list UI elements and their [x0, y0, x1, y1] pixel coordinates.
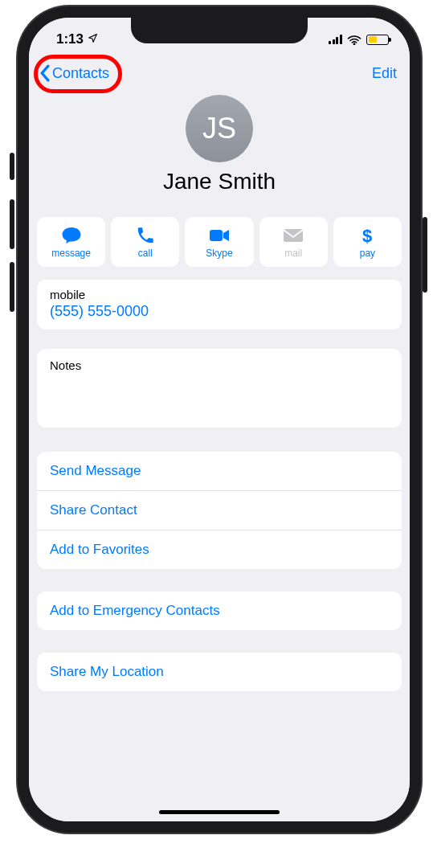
action-row: message call Skype mail — [37, 217, 402, 267]
status-right — [329, 35, 389, 45]
message-icon — [61, 226, 82, 245]
contact-name: Jane Smith — [163, 169, 276, 194]
wifi-icon — [347, 35, 361, 45]
svg-point-0 — [353, 43, 355, 44]
notes-card[interactable]: Notes — [37, 349, 402, 428]
dollar-icon: $ — [361, 226, 373, 245]
notes-label: Notes — [50, 358, 389, 372]
svg-rect-2 — [284, 229, 303, 242]
profile-header: JS Jane Smith — [29, 95, 410, 194]
pay-label: pay — [360, 248, 375, 259]
status-left: 1:13 — [56, 31, 98, 47]
video-icon — [209, 226, 230, 245]
mail-label: mail — [284, 248, 302, 259]
cellular-signal-icon — [329, 35, 342, 44]
add-to-favorites-row[interactable]: Add to Favorites — [37, 530, 402, 569]
phone-mute-switch — [10, 153, 14, 180]
share-my-location-row[interactable]: Share My Location — [37, 653, 402, 691]
video-label: Skype — [206, 248, 232, 259]
phone-volume-down — [10, 262, 14, 312]
pay-button[interactable]: $ pay — [333, 217, 402, 267]
battery-icon — [366, 35, 389, 45]
phone-notch — [131, 18, 308, 43]
svg-text:$: $ — [362, 226, 372, 245]
actions-group-2: Add to Emergency Contacts — [37, 592, 402, 630]
actions-group-1: Send Message Share Contact Add to Favori… — [37, 452, 402, 569]
add-to-emergency-row[interactable]: Add to Emergency Contacts — [37, 592, 402, 630]
mobile-label: mobile — [50, 288, 389, 301]
phone-frame: 1:13 — [18, 6, 421, 833]
phone-volume-up — [10, 199, 14, 249]
home-indicator[interactable] — [159, 810, 280, 814]
svg-rect-1 — [210, 230, 223, 241]
status-time: 1:13 — [56, 31, 84, 47]
message-button[interactable]: message — [37, 217, 105, 267]
phone-power-button — [423, 217, 427, 293]
battery-fill — [369, 36, 377, 43]
nav-bar: Contacts Edit — [29, 55, 410, 92]
screen: 1:13 — [29, 18, 410, 821]
call-button[interactable]: call — [111, 217, 179, 267]
mobile-card[interactable]: mobile (555) 555-0000 — [37, 280, 402, 330]
mail-button: mail — [259, 217, 328, 267]
mail-icon — [283, 226, 304, 245]
send-message-row[interactable]: Send Message — [37, 452, 402, 491]
mobile-value[interactable]: (555) 555-0000 — [50, 303, 389, 320]
share-contact-row[interactable]: Share Contact — [37, 491, 402, 530]
message-label: message — [51, 248, 91, 259]
video-button[interactable]: Skype — [185, 217, 253, 267]
back-button[interactable]: Contacts — [35, 61, 116, 85]
avatar[interactable]: JS — [186, 95, 253, 162]
edit-button[interactable]: Edit — [372, 65, 397, 82]
back-label: Contacts — [52, 65, 109, 82]
location-arrow-icon — [88, 31, 98, 47]
phone-icon — [137, 226, 154, 245]
call-label: call — [138, 248, 153, 259]
actions-group-3: Share My Location — [37, 653, 402, 691]
chevron-left-icon — [39, 64, 51, 82]
